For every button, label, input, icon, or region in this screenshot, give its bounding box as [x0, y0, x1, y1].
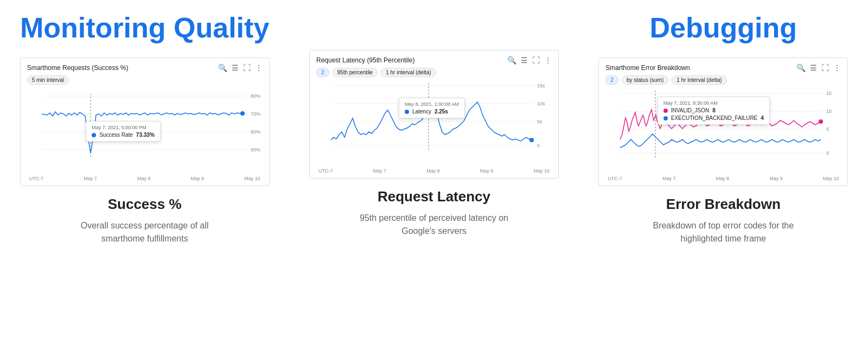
latency-chart-area: 15s 10s 5s 0 May 8, 2021, 1:00:00 AM Lat… — [316, 80, 552, 167]
latency-x-may7: May 7 — [373, 168, 387, 174]
svg-text:50%: 50% — [251, 147, 260, 152]
error-x-may7: May 7 — [662, 176, 676, 181]
latency-chart-icons: 🔍 ☰ ⛶ ⋮ — [507, 56, 552, 65]
latency-section: Request Latency (95th Percentile) 🔍 ☰ ⛶ … — [289, 11, 578, 245]
latency-search-icon[interactable]: 🔍 — [507, 56, 516, 65]
svg-text:15s: 15s — [537, 83, 545, 88]
svg-text:5s: 5s — [537, 119, 542, 124]
error-chip-interval[interactable]: 1 hr interval (delta) — [672, 75, 726, 85]
success-chips: 5 min interval — [27, 75, 263, 85]
error-x-may9: May 9 — [769, 176, 783, 181]
success-chart-footer: UTC-7 May 7 May 8 May 9 May 10 — [27, 176, 263, 181]
success-x-may8: May 8 — [137, 176, 151, 181]
svg-point-25 — [819, 119, 823, 124]
latency-chips: 2 95th percentile 1 hr interval (delta) — [316, 68, 552, 77]
error-search-icon[interactable]: 🔍 — [796, 63, 806, 72]
success-chart-header: Smarthome Requests (Success %) 🔍 ☰ ⛶ ⋮ — [27, 63, 263, 72]
svg-text:10s: 10s — [537, 101, 545, 106]
success-x-may7: May 7 — [84, 176, 97, 181]
monitoring-title: Monitoring Quality — [20, 11, 269, 44]
svg-text:0: 0 — [826, 150, 829, 156]
svg-text:60%: 60% — [251, 129, 260, 135]
svg-text:80%: 80% — [251, 93, 260, 99]
svg-text:10: 10 — [826, 109, 832, 114]
svg-text:5: 5 — [826, 126, 829, 132]
success-legend-icon[interactable]: ☰ — [232, 63, 239, 72]
svg-point-15 — [529, 138, 534, 142]
latency-chart-header: Request Latency (95th Percentile) 🔍 ☰ ⛶ … — [316, 56, 552, 65]
latency-expand-icon[interactable]: ⛶ — [532, 56, 540, 65]
success-expand-icon[interactable]: ⛶ — [243, 63, 251, 72]
latency-chart-footer: UTC-7 May 7 May 8 May 9 May 10 — [316, 168, 552, 174]
svg-text:0: 0 — [537, 143, 540, 148]
error-metric-desc: Breakdown of top error codes for the hig… — [642, 219, 805, 245]
success-search-icon[interactable]: 🔍 — [218, 63, 227, 72]
latency-chart-title: Request Latency (95th Percentile) — [316, 56, 414, 64]
error-chart-title: Smarthome Error Breakdown — [605, 64, 690, 72]
success-chart-svg: 80% 70% 60% 50% — [27, 88, 263, 175]
error-chart-footer: UTC-7 May 7 May 8 May 9 May 10 — [605, 176, 841, 181]
success-x-may9: May 9 — [191, 176, 205, 181]
latency-chart-card: Request Latency (95th Percentile) 🔍 ☰ ⛶ … — [309, 50, 559, 179]
success-chart-title: Smarthome Requests (Success %) — [27, 64, 129, 72]
latency-chip-percentile[interactable]: 95th percentile — [333, 68, 378, 77]
latency-x-utc: UTC-7 — [318, 168, 333, 174]
error-chart-area: 15 10 5 0 May 7, 2021, 8:30:00 AM INVALI… — [605, 88, 841, 175]
latency-chip-filter[interactable]: 2 — [316, 68, 329, 77]
success-metric-title: Success % — [108, 196, 182, 213]
monitoring-section: Monitoring Quality Smarthome Requests (S… — [0, 11, 289, 245]
error-chart-icons: 🔍 ☰ ⛶ ⋮ — [796, 63, 841, 72]
success-x-utc: UTC-7 — [29, 176, 44, 181]
svg-point-5 — [240, 111, 245, 116]
latency-chip-interval[interactable]: 1 hr interval (delta) — [381, 68, 436, 77]
latency-metric-desc: 95th percentile of perceived latency on … — [353, 212, 515, 238]
success-metric-desc: Overall success percentage of all smarth… — [63, 219, 226, 245]
svg-text:70%: 70% — [251, 111, 260, 117]
success-chart-card: Smarthome Requests (Success %) 🔍 ☰ ⛶ ⋮ 5… — [20, 58, 270, 186]
error-legend-icon[interactable]: ☰ — [810, 63, 817, 72]
latency-x-may8: May 8 — [426, 168, 440, 174]
svg-text:15: 15 — [826, 91, 832, 96]
latency-metric-title: Request Latency — [378, 188, 490, 205]
success-chart-icons: 🔍 ☰ ⛶ ⋮ — [218, 63, 263, 72]
error-metric-title: Error Breakdown — [666, 196, 781, 213]
success-chart-area: 80% 70% 60% 50% May 7, 2021, 5:00:00 PM … — [27, 88, 263, 175]
error-more-icon[interactable]: ⋮ — [833, 63, 841, 72]
error-chart-card: Smarthome Error Breakdown 🔍 ☰ ⛶ ⋮ 2 by s… — [598, 58, 848, 186]
error-chart-svg: 15 10 5 0 — [605, 88, 841, 175]
error-x-may8: May 8 — [716, 176, 730, 181]
latency-x-may9: May 9 — [480, 168, 494, 174]
error-chip-status[interactable]: by status (sum) — [622, 75, 668, 85]
success-x-may10: May 10 — [244, 176, 260, 181]
error-chart-header: Smarthome Error Breakdown 🔍 ☰ ⛶ ⋮ — [605, 63, 841, 72]
error-x-utc: UTC-7 — [608, 176, 622, 181]
latency-chart-svg: 15s 10s 5s 0 — [316, 80, 552, 167]
error-chips: 2 by status (sum) 1 hr interval (delta) — [605, 75, 841, 85]
debugging-section: Debugging Smarthome Error Breakdown 🔍 ☰ … — [579, 11, 868, 245]
success-chip-interval[interactable]: 5 min interval — [27, 75, 69, 85]
debugging-title: Debugging — [650, 11, 797, 44]
error-expand-icon[interactable]: ⛶ — [821, 63, 829, 72]
success-more-icon[interactable]: ⋮ — [255, 63, 263, 72]
page: Monitoring Quality Smarthome Requests (S… — [0, 0, 868, 262]
error-x-may10: May 10 — [823, 176, 839, 181]
latency-legend-icon[interactable]: ☰ — [521, 56, 528, 65]
latency-x-may10: May 10 — [533, 168, 550, 174]
error-chip-filter[interactable]: 2 — [605, 75, 618, 85]
latency-more-icon[interactable]: ⋮ — [544, 56, 552, 65]
